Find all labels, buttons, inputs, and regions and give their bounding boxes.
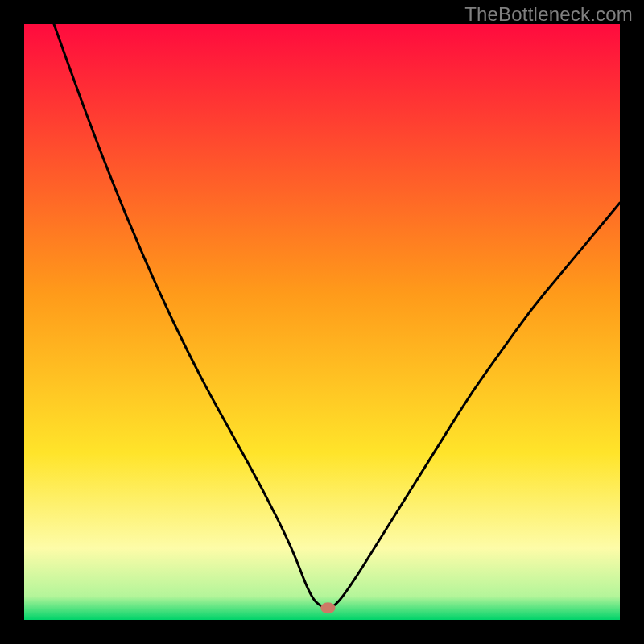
plot-background [24,24,620,620]
chart-frame: TheBottleneck.com [0,0,644,644]
optimal-point-marker [320,602,335,613]
bottleneck-chart [0,0,644,644]
attribution-text: TheBottleneck.com [464,3,633,26]
